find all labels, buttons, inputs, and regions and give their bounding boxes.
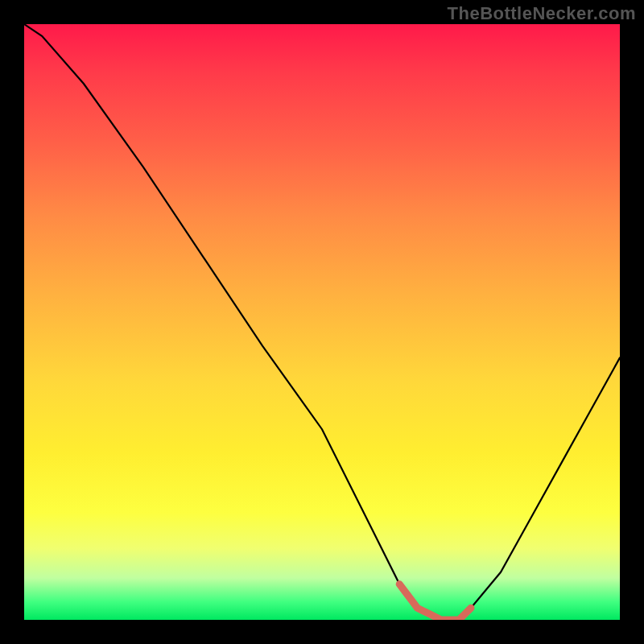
sweet-spot-highlight (399, 584, 471, 620)
attribution-label: TheBottleNecker.com (448, 3, 636, 24)
bottleneck-curve-path (24, 24, 620, 620)
plot-area (24, 24, 620, 620)
bottleneck-chart (24, 24, 620, 620)
